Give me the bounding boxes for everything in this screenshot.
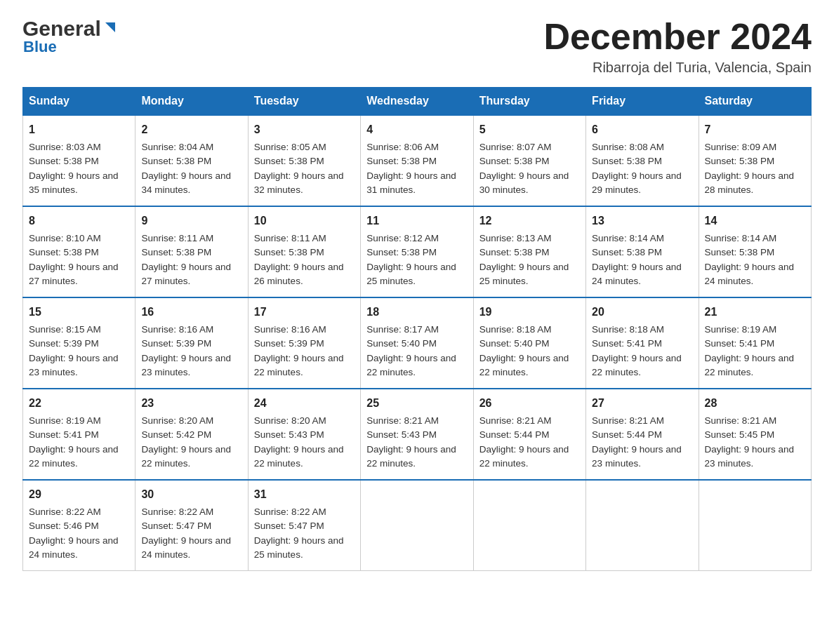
- day-number: 25: [366, 395, 467, 412]
- day-number: 16: [141, 304, 241, 321]
- calendar-cell: 23Sunrise: 8:20 AMSunset: 5:42 PMDayligh…: [135, 389, 248, 480]
- calendar-cell: 12Sunrise: 8:13 AMSunset: 5:38 PMDayligh…: [473, 206, 585, 297]
- calendar-cell: [699, 480, 811, 571]
- day-info: Sunrise: 8:21 AMSunset: 5:44 PMDaylight:…: [592, 415, 682, 469]
- day-info: Sunrise: 8:22 AMSunset: 5:46 PMDaylight:…: [29, 507, 119, 560]
- day-number: 30: [141, 486, 241, 503]
- day-info: Sunrise: 8:06 AMSunset: 5:38 PMDaylight:…: [366, 142, 456, 195]
- day-info: Sunrise: 8:08 AMSunset: 5:38 PMDaylight:…: [592, 142, 682, 195]
- calendar-cell: [361, 480, 473, 571]
- day-number: 24: [254, 395, 355, 412]
- calendar-cell: [586, 480, 699, 571]
- calendar-cell: 30Sunrise: 8:22 AMSunset: 5:47 PMDayligh…: [135, 480, 248, 571]
- day-number: 1: [29, 121, 129, 138]
- day-number: 11: [366, 213, 467, 229]
- calendar-cell: 31Sunrise: 8:22 AMSunset: 5:47 PMDayligh…: [248, 480, 360, 571]
- day-number: 28: [705, 395, 805, 412]
- day-number: 8: [29, 213, 129, 229]
- week-row-3: 15Sunrise: 8:15 AMSunset: 5:39 PMDayligh…: [23, 297, 812, 389]
- day-info: Sunrise: 8:22 AMSunset: 5:47 PMDaylight:…: [141, 507, 231, 560]
- day-info: Sunrise: 8:13 AMSunset: 5:38 PMDaylight:…: [479, 233, 569, 286]
- page-header: General Blue December 2024 Ribarroja del…: [22, 17, 812, 76]
- day-number: 31: [254, 486, 355, 503]
- day-number: 14: [705, 213, 805, 229]
- column-header-monday: Monday: [135, 88, 248, 116]
- day-number: 9: [141, 213, 241, 229]
- calendar-cell: 25Sunrise: 8:21 AMSunset: 5:43 PMDayligh…: [361, 389, 473, 480]
- day-info: Sunrise: 8:05 AMSunset: 5:38 PMDaylight:…: [254, 142, 344, 195]
- calendar-cell: 18Sunrise: 8:17 AMSunset: 5:40 PMDayligh…: [361, 297, 473, 389]
- calendar-cell: 1Sunrise: 8:03 AMSunset: 5:38 PMDaylight…: [23, 115, 135, 206]
- day-info: Sunrise: 8:14 AMSunset: 5:38 PMDaylight:…: [705, 233, 795, 286]
- day-info: Sunrise: 8:09 AMSunset: 5:38 PMDaylight:…: [705, 142, 795, 195]
- week-row-1: 1Sunrise: 8:03 AMSunset: 5:38 PMDaylight…: [23, 115, 812, 206]
- day-number: 29: [29, 486, 129, 503]
- day-number: 3: [254, 121, 355, 138]
- day-number: 20: [592, 304, 692, 321]
- calendar-cell: 15Sunrise: 8:15 AMSunset: 5:39 PMDayligh…: [23, 297, 135, 389]
- calendar-cell: 14Sunrise: 8:14 AMSunset: 5:38 PMDayligh…: [699, 206, 811, 297]
- calendar-cell: 11Sunrise: 8:12 AMSunset: 5:38 PMDayligh…: [361, 206, 473, 297]
- day-number: 19: [479, 304, 580, 321]
- calendar-header-row: SundayMondayTuesdayWednesdayThursdayFrid…: [23, 88, 812, 116]
- day-info: Sunrise: 8:12 AMSunset: 5:38 PMDaylight:…: [366, 233, 456, 286]
- day-number: 13: [592, 213, 692, 229]
- day-info: Sunrise: 8:22 AMSunset: 5:47 PMDaylight:…: [254, 507, 344, 560]
- week-row-5: 29Sunrise: 8:22 AMSunset: 5:46 PMDayligh…: [23, 480, 812, 571]
- week-row-4: 22Sunrise: 8:19 AMSunset: 5:41 PMDayligh…: [23, 389, 812, 480]
- calendar-cell: 20Sunrise: 8:18 AMSunset: 5:41 PMDayligh…: [586, 297, 699, 389]
- svg-marker-0: [105, 22, 115, 32]
- day-number: 15: [29, 304, 129, 321]
- calendar-cell: 26Sunrise: 8:21 AMSunset: 5:44 PMDayligh…: [473, 389, 585, 480]
- calendar-cell: 29Sunrise: 8:22 AMSunset: 5:46 PMDayligh…: [23, 480, 135, 571]
- calendar-cell: [473, 480, 585, 571]
- day-number: 6: [592, 121, 692, 138]
- day-number: 21: [705, 304, 805, 321]
- day-info: Sunrise: 8:11 AMSunset: 5:38 PMDaylight:…: [141, 233, 231, 286]
- day-info: Sunrise: 8:04 AMSunset: 5:38 PMDaylight:…: [141, 142, 231, 195]
- day-number: 10: [254, 213, 355, 229]
- month-title: December 2024: [543, 17, 812, 57]
- day-number: 7: [705, 121, 805, 138]
- calendar-table: SundayMondayTuesdayWednesdayThursdayFrid…: [22, 87, 812, 571]
- day-info: Sunrise: 8:21 AMSunset: 5:44 PMDaylight:…: [479, 415, 569, 469]
- day-info: Sunrise: 8:19 AMSunset: 5:41 PMDaylight:…: [705, 324, 795, 377]
- day-number: 5: [479, 121, 580, 138]
- day-info: Sunrise: 8:15 AMSunset: 5:39 PMDaylight:…: [29, 324, 119, 377]
- day-info: Sunrise: 8:03 AMSunset: 5:38 PMDaylight:…: [29, 142, 119, 195]
- calendar-cell: 6Sunrise: 8:08 AMSunset: 5:38 PMDaylight…: [586, 115, 699, 206]
- calendar-cell: 24Sunrise: 8:20 AMSunset: 5:43 PMDayligh…: [248, 389, 360, 480]
- day-info: Sunrise: 8:07 AMSunset: 5:38 PMDaylight:…: [479, 142, 569, 195]
- week-row-2: 8Sunrise: 8:10 AMSunset: 5:38 PMDaylight…: [23, 206, 812, 297]
- calendar-cell: 9Sunrise: 8:11 AMSunset: 5:38 PMDaylight…: [135, 206, 248, 297]
- calendar-cell: 8Sunrise: 8:10 AMSunset: 5:38 PMDaylight…: [23, 206, 135, 297]
- day-info: Sunrise: 8:19 AMSunset: 5:41 PMDaylight:…: [29, 415, 119, 469]
- calendar-cell: 22Sunrise: 8:19 AMSunset: 5:41 PMDayligh…: [23, 389, 135, 480]
- day-number: 17: [254, 304, 355, 321]
- column-header-sunday: Sunday: [23, 88, 135, 116]
- day-number: 23: [141, 395, 241, 412]
- day-number: 2: [141, 121, 241, 138]
- day-info: Sunrise: 8:16 AMSunset: 5:39 PMDaylight:…: [254, 324, 344, 377]
- day-number: 12: [479, 213, 580, 229]
- calendar-cell: 13Sunrise: 8:14 AMSunset: 5:38 PMDayligh…: [586, 206, 699, 297]
- day-info: Sunrise: 8:18 AMSunset: 5:41 PMDaylight:…: [592, 324, 682, 377]
- calendar-cell: 5Sunrise: 8:07 AMSunset: 5:38 PMDaylight…: [473, 115, 585, 206]
- logo-arrow-icon: [102, 20, 118, 35]
- calendar-cell: 27Sunrise: 8:21 AMSunset: 5:44 PMDayligh…: [586, 389, 699, 480]
- day-info: Sunrise: 8:10 AMSunset: 5:38 PMDaylight:…: [29, 233, 119, 286]
- calendar-cell: 19Sunrise: 8:18 AMSunset: 5:40 PMDayligh…: [473, 297, 585, 389]
- column-header-saturday: Saturday: [699, 88, 811, 116]
- day-info: Sunrise: 8:20 AMSunset: 5:42 PMDaylight:…: [141, 415, 231, 469]
- logo: General Blue: [22, 17, 118, 56]
- day-info: Sunrise: 8:18 AMSunset: 5:40 PMDaylight:…: [479, 324, 569, 377]
- logo-blue-text: Blue: [22, 38, 57, 56]
- day-number: 18: [366, 304, 467, 321]
- calendar-cell: 16Sunrise: 8:16 AMSunset: 5:39 PMDayligh…: [135, 297, 248, 389]
- day-number: 26: [479, 395, 580, 412]
- column-header-thursday: Thursday: [473, 88, 585, 116]
- day-info: Sunrise: 8:21 AMSunset: 5:43 PMDaylight:…: [366, 415, 456, 469]
- location-text: Ribarroja del Turia, Valencia, Spain: [543, 60, 812, 76]
- day-number: 27: [592, 395, 692, 412]
- day-info: Sunrise: 8:17 AMSunset: 5:40 PMDaylight:…: [366, 324, 456, 377]
